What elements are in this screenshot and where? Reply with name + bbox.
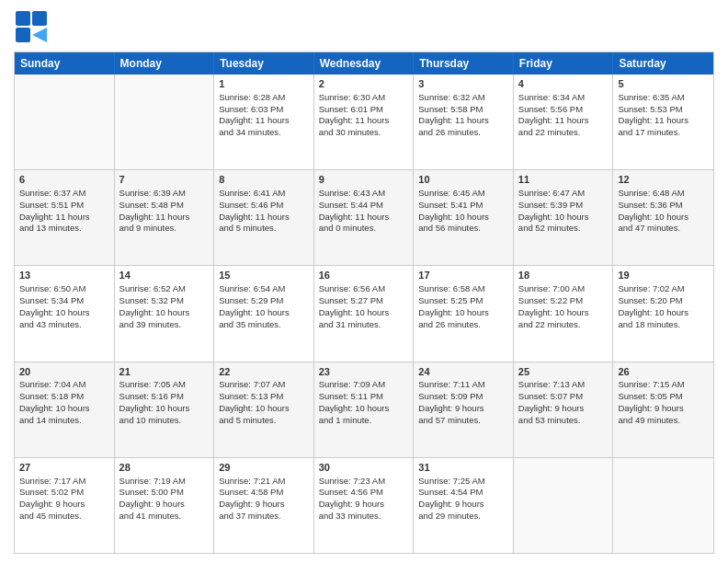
day-info-line: Daylight: 10 hours — [19, 307, 109, 319]
day-info-line: and 18 minutes. — [618, 319, 709, 331]
day-number: 29 — [219, 461, 309, 475]
day-info-line: Sunset: 5:46 PM — [219, 200, 309, 212]
day-info-line: Sunset: 5:44 PM — [319, 200, 409, 212]
day-number: 14 — [119, 269, 210, 282]
calendar-cell: 23Sunrise: 7:09 AMSunset: 5:11 PMDayligh… — [314, 362, 415, 457]
calendar-cell: 6Sunrise: 6:37 AMSunset: 5:51 PMDaylight… — [15, 170, 115, 265]
day-number: 28 — [119, 461, 210, 475]
day-info-line: Daylight: 9 hours — [418, 403, 508, 415]
day-info-line: Sunset: 5:27 PM — [319, 295, 409, 307]
weekday-header-thursday: Thursday — [414, 52, 514, 75]
day-info-line: Sunrise: 6:41 AM — [219, 188, 309, 200]
day-info-line: Sunrise: 7:11 AM — [418, 379, 508, 391]
day-number: 26 — [618, 365, 709, 379]
day-info-line: and 53 minutes. — [518, 415, 609, 427]
day-info-line: and 41 minutes. — [119, 511, 210, 523]
calendar-cell: 22Sunrise: 7:07 AMSunset: 5:13 PMDayligh… — [214, 362, 314, 457]
day-info-line: Daylight: 10 hours — [319, 403, 409, 415]
weekday-header-friday: Friday — [514, 52, 614, 75]
day-info-line: Sunset: 5:20 PM — [618, 295, 709, 307]
day-number: 13 — [19, 269, 109, 282]
day-info-line: Sunrise: 6:37 AM — [19, 188, 109, 200]
svg-rect-2 — [16, 28, 30, 42]
day-info-line: and 10 minutes. — [119, 415, 210, 427]
day-info-line: Daylight: 10 hours — [19, 403, 109, 415]
day-info-line: Daylight: 10 hours — [518, 307, 609, 319]
day-info-line: and 45 minutes. — [19, 511, 109, 523]
day-info-line: Sunset: 5:29 PM — [219, 295, 309, 307]
day-number: 9 — [319, 173, 409, 187]
day-info-line: Sunset: 5:51 PM — [19, 200, 109, 212]
day-info-line: Sunrise: 6:45 AM — [418, 188, 508, 200]
calendar-cell — [115, 75, 215, 169]
day-info-line: and 43 minutes. — [19, 319, 109, 331]
calendar-cell: 27Sunrise: 7:17 AMSunset: 5:02 PMDayligh… — [15, 458, 115, 553]
day-number: 15 — [219, 269, 309, 282]
day-info-line: and 39 minutes. — [119, 319, 210, 331]
day-info-line: Sunset: 4:56 PM — [319, 487, 409, 499]
day-number: 22 — [219, 365, 309, 379]
calendar-cell: 25Sunrise: 7:13 AMSunset: 5:07 PMDayligh… — [514, 362, 614, 457]
day-info-line: Sunset: 6:03 PM — [219, 104, 309, 116]
day-info-line: Sunset: 5:41 PM — [418, 200, 508, 212]
calendar-cell: 24Sunrise: 7:11 AMSunset: 5:09 PMDayligh… — [414, 362, 514, 457]
day-info-line: Sunset: 4:58 PM — [219, 487, 309, 499]
calendar-cell: 19Sunrise: 7:02 AMSunset: 5:20 PMDayligh… — [613, 266, 713, 361]
calendar-row: 6Sunrise: 6:37 AMSunset: 5:51 PMDaylight… — [15, 169, 713, 265]
calendar-cell: 18Sunrise: 7:00 AMSunset: 5:22 PMDayligh… — [514, 266, 614, 361]
calendar-cell: 31Sunrise: 7:25 AMSunset: 4:54 PMDayligh… — [414, 458, 514, 553]
day-info-line: Sunset: 5:53 PM — [618, 104, 709, 116]
day-number: 5 — [618, 77, 709, 91]
day-info-line: Sunrise: 6:34 AM — [518, 92, 609, 104]
day-info-line: Sunset: 5:32 PM — [119, 295, 210, 307]
day-info-line: Sunrise: 6:52 AM — [119, 283, 210, 295]
calendar-row: 27Sunrise: 7:17 AMSunset: 5:02 PMDayligh… — [15, 457, 713, 553]
calendar-header: SundayMondayTuesdayWednesdayThursdayFrid… — [15, 52, 713, 75]
calendar-cell: 20Sunrise: 7:04 AMSunset: 5:18 PMDayligh… — [15, 362, 115, 457]
day-info-line: Sunrise: 7:09 AM — [319, 379, 409, 391]
day-info-line: and 35 minutes. — [219, 319, 309, 331]
day-info-line: Daylight: 11 hours — [319, 212, 409, 224]
calendar-cell: 28Sunrise: 7:19 AMSunset: 5:00 PMDayligh… — [115, 458, 215, 553]
day-info-line: and 5 minutes. — [219, 223, 309, 235]
day-info-line: Sunset: 5:39 PM — [518, 200, 609, 212]
day-info-line: Sunset: 5:56 PM — [518, 104, 609, 116]
day-info-line: and 17 minutes. — [618, 127, 709, 139]
day-info-line: Sunrise: 7:21 AM — [219, 476, 309, 488]
day-number: 23 — [319, 365, 409, 379]
day-info-line: and 22 minutes. — [518, 127, 609, 139]
svg-marker-3 — [32, 28, 47, 42]
calendar-cell: 3Sunrise: 6:32 AMSunset: 5:58 PMDaylight… — [414, 75, 514, 169]
day-info-line: Sunrise: 6:54 AM — [219, 283, 309, 295]
calendar-cell: 8Sunrise: 6:41 AMSunset: 5:46 PMDaylight… — [214, 170, 314, 265]
day-info-line: Sunrise: 7:04 AM — [19, 379, 109, 391]
day-info-line: Sunrise: 7:25 AM — [418, 476, 508, 488]
day-info-line: and 37 minutes. — [219, 511, 309, 523]
day-info-line: Daylight: 11 hours — [19, 212, 109, 224]
day-info-line: Sunrise: 7:17 AM — [19, 476, 109, 488]
day-info-line: Sunset: 5:25 PM — [418, 295, 508, 307]
calendar-cell: 1Sunrise: 6:28 AMSunset: 6:03 PMDaylight… — [214, 75, 314, 169]
day-info-line: Daylight: 11 hours — [418, 115, 508, 127]
calendar-cell — [514, 458, 614, 553]
day-info-line: Daylight: 10 hours — [319, 307, 409, 319]
day-info-line: Daylight: 10 hours — [418, 307, 508, 319]
day-number: 31 — [418, 461, 508, 475]
day-info-line: Daylight: 11 hours — [319, 115, 409, 127]
day-info-line: Sunrise: 7:19 AM — [119, 476, 210, 488]
day-info-line: Sunset: 5:09 PM — [418, 391, 508, 403]
day-number: 8 — [219, 173, 309, 187]
day-info-line: Sunrise: 6:30 AM — [319, 92, 409, 104]
day-info-line: Sunrise: 6:48 AM — [618, 188, 709, 200]
day-info-line: and 14 minutes. — [19, 415, 109, 427]
calendar-cell — [613, 458, 713, 553]
day-info-line: Sunset: 5:36 PM — [618, 200, 709, 212]
day-info-line: Sunset: 5:05 PM — [618, 391, 709, 403]
weekday-header-tuesday: Tuesday — [214, 52, 314, 75]
day-info-line: Sunrise: 7:02 AM — [618, 283, 709, 295]
day-info-line: Sunset: 5:34 PM — [19, 295, 109, 307]
calendar-body: 1Sunrise: 6:28 AMSunset: 6:03 PMDaylight… — [15, 75, 713, 553]
day-info-line: and 0 minutes. — [319, 223, 409, 235]
day-info-line: Daylight: 10 hours — [518, 212, 609, 224]
day-info-line: Sunset: 5:18 PM — [19, 391, 109, 403]
